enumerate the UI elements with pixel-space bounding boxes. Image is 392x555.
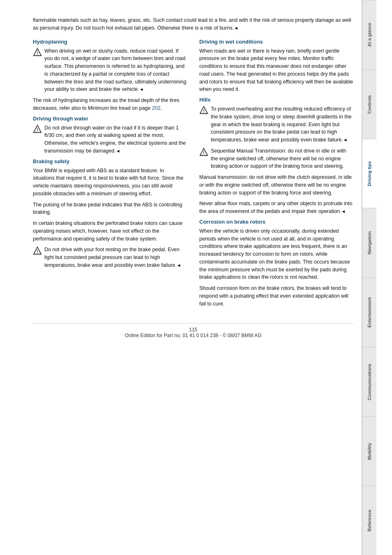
- driving-wet-para1: When roads are wet or there is heavy rai…: [199, 47, 353, 94]
- intro-text: flammable materials such as hay, leaves,…: [33, 16, 353, 32]
- corrosion-para1: When the vehicle is driven only occasion…: [199, 227, 353, 281]
- right-column: Driving in wet conditions When roads are…: [199, 39, 353, 311]
- warning-triangle-icon-3: !: [33, 246, 42, 255]
- braking-safely-para2: The pulsing of he brake pedal indicates …: [33, 201, 187, 217]
- warning-triangle-icon: !: [33, 48, 42, 57]
- sidebar-tab-mobility[interactable]: Mobility: [362, 416, 376, 486]
- hydroplaning-section: Hydroplaning ! When driving on wet or sl…: [33, 39, 187, 112]
- hills-heading: Hills: [199, 97, 353, 103]
- hydroplaning-warning: ! When driving on wet or slushy roads, r…: [33, 47, 187, 94]
- braking-safely-para1: Your BMW is equipped with ABS as a stand…: [33, 167, 187, 198]
- page-footer: 115 Online Edition for Part no. 01 41 0 …: [33, 323, 353, 338]
- hills-warning2-text: Sequential Manual Transmission: do not d…: [211, 147, 353, 170]
- warning-triangle-icon-2: !: [33, 125, 42, 134]
- corrosion-heading: Corrosion on brake rotors: [199, 219, 353, 225]
- sidebar-tab-controls[interactable]: Controls: [362, 69, 376, 139]
- driving-through-water-section: Driving through water ! Do not drive thr…: [33, 116, 187, 155]
- hydroplaning-heading: Hydroplaning: [33, 39, 187, 45]
- svg-text:!: !: [37, 127, 38, 132]
- main-content: flammable materials such as hay, leaves,…: [0, 0, 362, 555]
- braking-safely-section: Braking safely Your BMW is equipped with…: [33, 158, 187, 269]
- driving-through-water-warning: ! Do not drive through water on the road…: [33, 124, 187, 155]
- hills-section: Hills ! To prevent overheating and the r…: [199, 97, 353, 215]
- hydroplaning-para2: The risk of hydroplaning increases as th…: [33, 97, 187, 112]
- sidebar-tab-communications[interactable]: Communications: [362, 347, 376, 416]
- braking-safely-para3: In certain braking situations the perfor…: [33, 220, 187, 243]
- warning-triangle-icon-5: !: [199, 148, 208, 157]
- page-number: 115: [33, 327, 353, 333]
- warning-triangle-icon-4: !: [199, 106, 208, 115]
- driving-through-water-heading: Driving through water: [33, 116, 187, 122]
- driving-through-water-text: Do not drive through water on the road i…: [44, 124, 187, 155]
- hills-warning2: ! Sequential Manual Transmission: do not…: [199, 147, 353, 170]
- braking-safely-heading: Braking safely: [33, 158, 187, 164]
- hills-para4: Never allow floor mats, carpets or any o…: [199, 200, 353, 215]
- hydroplaning-warning-text: When driving on wet or slushy roads, red…: [44, 47, 187, 94]
- page-ref-202[interactable]: 202: [152, 105, 161, 111]
- svg-text:!: !: [37, 249, 38, 254]
- hills-warning1: ! To prevent overheating and the resulti…: [199, 105, 353, 144]
- sidebar-tab-navigation[interactable]: Navigation: [362, 208, 376, 278]
- sidebar-tab-driving-tips[interactable]: Driving tips: [362, 139, 376, 208]
- two-column-layout: Hydroplaning ! When driving on wet or sl…: [33, 39, 353, 311]
- driving-wet-heading: Driving in wet conditions: [199, 39, 353, 45]
- driving-wet-section: Driving in wet conditions When roads are…: [199, 39, 353, 94]
- svg-text:!: !: [203, 150, 205, 155]
- sidebar: At a glance Controls Driving tips Naviga…: [362, 0, 376, 555]
- svg-text:!: !: [37, 50, 38, 55]
- corrosion-para2: Should corrosion form on the brake rotor…: [199, 284, 353, 308]
- corrosion-section: Corrosion on brake rotors When the vehic…: [199, 219, 353, 308]
- sidebar-tab-entertainment[interactable]: Entertainment: [362, 278, 376, 347]
- braking-safely-warning: ! Do not drive with your foot resting on…: [33, 246, 187, 269]
- sidebar-tab-reference[interactable]: Reference: [362, 486, 376, 555]
- sidebar-tab-at-a-glance[interactable]: At a glance: [362, 0, 376, 69]
- hills-warning1-text: To prevent overheating and the resulting…: [211, 105, 353, 144]
- intro-paragraph: flammable materials such as hay, leaves,…: [33, 16, 353, 32]
- left-column: Hydroplaning ! When driving on wet or sl…: [33, 39, 187, 311]
- braking-safely-warning-text: Do not drive with your foot resting on t…: [44, 246, 187, 269]
- copyright-text: Online Edition for Part no. 01 41 0 014 …: [33, 333, 353, 338]
- svg-text:!: !: [203, 109, 205, 113]
- hills-para3: Manual transmission: do not drive with t…: [199, 173, 353, 197]
